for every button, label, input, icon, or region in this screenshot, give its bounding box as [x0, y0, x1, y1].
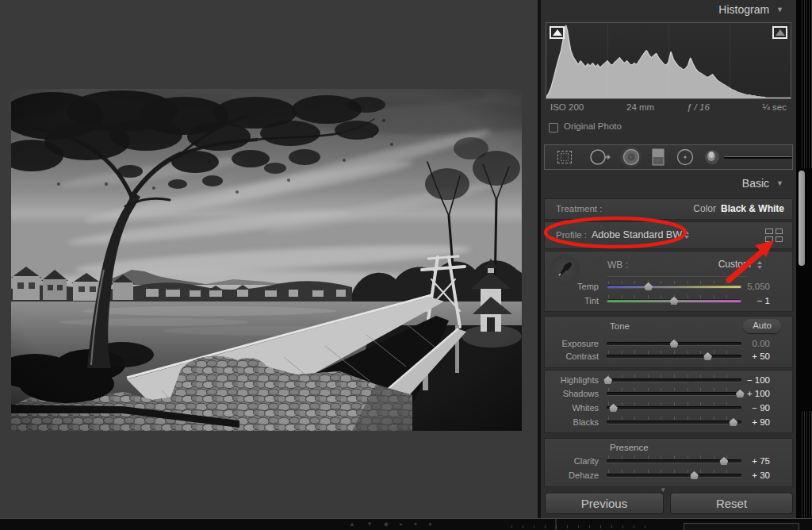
red-eye-tool[interactable] — [617, 144, 645, 170]
blacks-slider[interactable] — [607, 416, 741, 428]
basic-title: Basic — [742, 177, 769, 190]
adjustment-brush-tool[interactable] — [699, 144, 792, 170]
panel-scrollbar-thumb[interactable] — [799, 171, 805, 266]
presence-section: Presence Clarity + 75 Dehaze + 30 — [544, 438, 793, 487]
filmstrip-ruler — [511, 525, 654, 528]
graduated-filter-tool[interactable] — [645, 144, 671, 170]
whites-label: Whites — [545, 403, 607, 413]
histogram-title: Histogram — [718, 3, 769, 16]
blacks-slider-row: Blacks + 90 — [545, 416, 792, 428]
wb-divider — [607, 276, 747, 277]
blacks-value[interactable]: + 90 — [741, 417, 792, 427]
treatment-black-white-option[interactable]: Black & White — [721, 203, 784, 214]
spot-removal-tool[interactable] — [584, 144, 617, 170]
radial-filter-tool[interactable] — [671, 144, 699, 170]
tone-detail-section: Highlights − 100 Shadows + 100 Whites − … — [544, 370, 793, 433]
exposure-value[interactable]: 0.00 — [741, 339, 792, 348]
shadows-label: Shadows — [545, 389, 607, 398]
profile-row: Profile : Adobe Standard BW — [544, 221, 793, 249]
tool-strip — [544, 144, 793, 170]
clarity-label: Clarity — [545, 456, 607, 466]
panel-edge-grip[interactable] — [802, 0, 812, 168]
treatment-row: Treatment : Color | Black & White — [544, 198, 793, 220]
aperture-value: ƒ / 16 — [687, 102, 710, 112]
original-photo-label: Original Photo — [564, 121, 622, 131]
graduated-filter-icon — [650, 148, 666, 167]
highlight-clipping-indicator[interactable] — [772, 26, 787, 39]
radial-filter-icon — [676, 148, 695, 167]
wb-preset-value[interactable]: Custom — [718, 259, 751, 270]
collapse-triangle-icon[interactable]: ▼ — [776, 179, 783, 187]
dehaze-label: Dehaze — [545, 470, 607, 480]
white-balance-section: WB : Custom Temp 5,050 Tint − 1 — [544, 251, 793, 312]
dehaze-slider-row: Dehaze + 30 — [545, 469, 792, 482]
tint-value[interactable]: − 1 — [741, 296, 792, 305]
filmstrip-toolbar: ▲▼◆▸▾● — [0, 518, 812, 530]
collapse-triangle-icon[interactable]: ▼ — [776, 6, 783, 13]
treatment-color-option[interactable]: Color — [693, 203, 716, 214]
shutter-speed-value: ¼ sec — [762, 102, 787, 112]
exposure-slider-row: Exposure 0.00 — [545, 337, 792, 350]
highlights-label: Highlights — [545, 375, 607, 385]
crop-overlay-icon — [557, 151, 572, 163]
previous-button[interactable]: Previous — [545, 493, 664, 514]
profile-browser-grid-icon[interactable] — [765, 229, 783, 242]
lightroom-develop-screen: Histogram ▼ ISO 200 24 mm ƒ / 16 ¼ sec O… — [0, 0, 812, 530]
exif-info-row: ISO 200 24 mm ƒ / 16 ¼ sec — [541, 102, 796, 115]
wb-label: WB : — [607, 259, 628, 271]
original-photo-checkbox[interactable] — [549, 123, 558, 132]
profile-value[interactable]: Adobe Standard BW — [592, 229, 682, 240]
temp-slider-row: Temp 5,050 — [545, 280, 792, 293]
whites-slider-row: Whites − 90 — [545, 401, 792, 414]
shadows-slider[interactable] — [607, 387, 741, 400]
histogram-gridline — [607, 23, 608, 98]
photo-bw-lake-bridge[interactable] — [11, 89, 522, 431]
develop-right-panel: Histogram ▼ ISO 200 24 mm ƒ / 16 ¼ sec O… — [541, 0, 796, 518]
presence-label: Presence — [610, 443, 649, 452]
auto-tone-button[interactable]: Auto — [743, 319, 781, 333]
basic-panel-header[interactable]: Basic ▼ — [541, 174, 796, 193]
right-panel-edge — [796, 0, 812, 518]
panel-edge-grip[interactable] — [802, 411, 812, 518]
temp-label: Temp — [545, 282, 607, 291]
contrast-value[interactable]: + 50 — [741, 351, 792, 361]
clarity-slider-row: Clarity + 75 — [545, 455, 792, 467]
exposure-slider-thumb[interactable] — [670, 340, 679, 348]
histogram-panel-header[interactable]: Histogram ▼ — [541, 0, 796, 19]
histogram-gridline — [668, 23, 669, 98]
contrast-slider[interactable] — [607, 350, 741, 363]
histogram[interactable] — [546, 22, 791, 99]
temp-value[interactable]: 5,050 — [741, 282, 792, 291]
histogram-gridline — [730, 23, 730, 98]
tint-slider[interactable] — [607, 294, 741, 307]
shadow-clipping-indicator[interactable] — [550, 26, 565, 39]
dehaze-value[interactable]: + 30 — [741, 470, 792, 480]
highlights-value[interactable]: − 100 — [741, 375, 792, 385]
clarity-value[interactable]: + 75 — [741, 456, 792, 466]
focal-length-value: 24 mm — [626, 102, 654, 112]
original-photo-row: Original Photo — [541, 121, 796, 136]
reset-button[interactable]: Reset — [670, 493, 793, 514]
wb-preset-stepper-icon[interactable] — [757, 261, 762, 269]
tone-label: Tone — [610, 321, 630, 331]
clarity-slider[interactable] — [607, 455, 741, 467]
iso-value: ISO 200 — [550, 102, 584, 112]
profile-stepper-icon[interactable] — [684, 231, 689, 239]
crop-overlay-tool[interactable] — [545, 144, 584, 170]
filmstrip-nav-icons[interactable]: ▲▼◆▸▾● — [349, 520, 443, 528]
whites-value[interactable]: − 90 — [741, 403, 792, 413]
profile-label: Profile : — [556, 230, 587, 240]
temp-slider[interactable] — [607, 280, 741, 293]
photo-canvas-area — [0, 0, 538, 518]
shadow-clipping-triangle-icon — [553, 29, 562, 36]
brush-size-slider[interactable] — [724, 156, 792, 159]
eyedropper-icon — [556, 261, 573, 278]
filmstrip-field[interactable] — [684, 523, 799, 530]
shadows-value[interactable]: + 100 — [741, 389, 792, 398]
dehaze-slider[interactable] — [607, 469, 741, 482]
exposure-slider[interactable] — [607, 337, 741, 350]
spot-removal-icon — [589, 148, 613, 167]
whites-slider[interactable] — [607, 401, 741, 414]
highlights-slider[interactable] — [607, 374, 741, 386]
adjustment-brush-icon — [703, 148, 721, 167]
